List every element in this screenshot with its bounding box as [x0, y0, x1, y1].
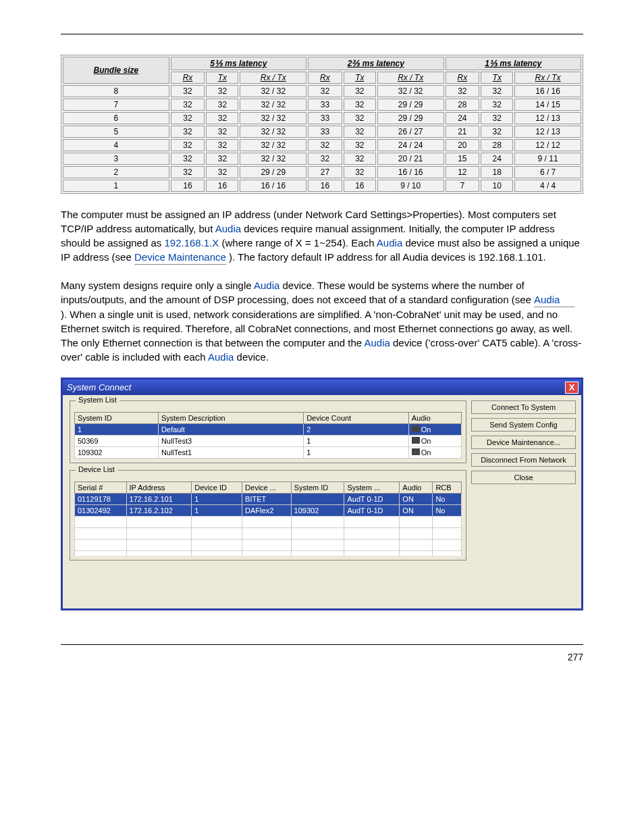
page-number: 277: [61, 652, 583, 662]
link-device-maintenance[interactable]: Device Maintenance: [134, 250, 226, 265]
col-group-3: 1⅓ ms latency: [446, 57, 582, 70]
dialog-titlebar[interactable]: System Connect X: [63, 380, 581, 395]
latency-table: Bundle size 5⅓ ms latency 2⅔ ms latency …: [61, 55, 583, 194]
table-row[interactable]: 01302492172.16.2.1021DAFlex2109302AudT 0…: [75, 505, 462, 517]
close-button[interactable]: Close: [471, 471, 576, 484]
system-list-group: System List System IDSystem DescriptionD…: [70, 400, 466, 463]
device-list-table[interactable]: Serial #IP AddressDevice IDDevice ...Sys…: [74, 481, 462, 556]
speaker-icon: [412, 437, 420, 444]
system-list-title: System List: [76, 396, 119, 404]
col-group-2: 2⅔ ms latency: [308, 57, 444, 70]
single-device-paragraph: Many system designs require only a singl…: [61, 278, 583, 364]
device-maintenance-button[interactable]: Device Maintenance...: [471, 436, 576, 449]
device-list-group: Device List Serial #IP AddressDevice IDD…: [70, 470, 466, 561]
link-audia[interactable]: Audia: [377, 237, 402, 249]
table-row[interactable]: 50369NullTest31On: [75, 436, 462, 447]
dialog-title: System Connect: [67, 382, 131, 392]
link-audia[interactable]: Audia: [364, 337, 390, 348]
table-row[interactable]: 109302NullTest11On: [75, 447, 462, 459]
connect-to-system-button[interactable]: Connect To System: [471, 400, 576, 414]
link-audia[interactable]: Audia: [254, 280, 279, 291]
system-list-table[interactable]: System IDSystem DescriptionDevice CountA…: [74, 412, 462, 459]
send-system-config-button[interactable]: Send System Config: [471, 418, 576, 432]
link-audia[interactable]: Audia: [208, 351, 234, 363]
disconnect-from-network-button[interactable]: Disconnect From Network: [471, 453, 576, 467]
link-audia[interactable]: Audia: [534, 292, 574, 307]
ip-paragraph: The computer must be assigned an IP addr…: [61, 207, 583, 265]
link-audia[interactable]: Audia: [215, 223, 241, 234]
col-group-1: 5⅓ ms latency: [171, 57, 306, 70]
speaker-icon: [412, 448, 420, 455]
table-row[interactable]: 1Default2On: [75, 424, 462, 436]
system-connect-dialog: System Connect X Connect To System Send …: [61, 377, 583, 610]
device-list-title: Device List: [76, 465, 117, 473]
link-ip-range[interactable]: 192.168.1.X: [164, 237, 219, 249]
close-icon[interactable]: X: [565, 382, 579, 394]
table-row[interactable]: 01129178172.16.2.1011BITETAudT 0-1DONNo: [75, 494, 462, 505]
col-bundle-size: Bundle size: [63, 57, 169, 84]
speaker-icon: [412, 425, 420, 432]
